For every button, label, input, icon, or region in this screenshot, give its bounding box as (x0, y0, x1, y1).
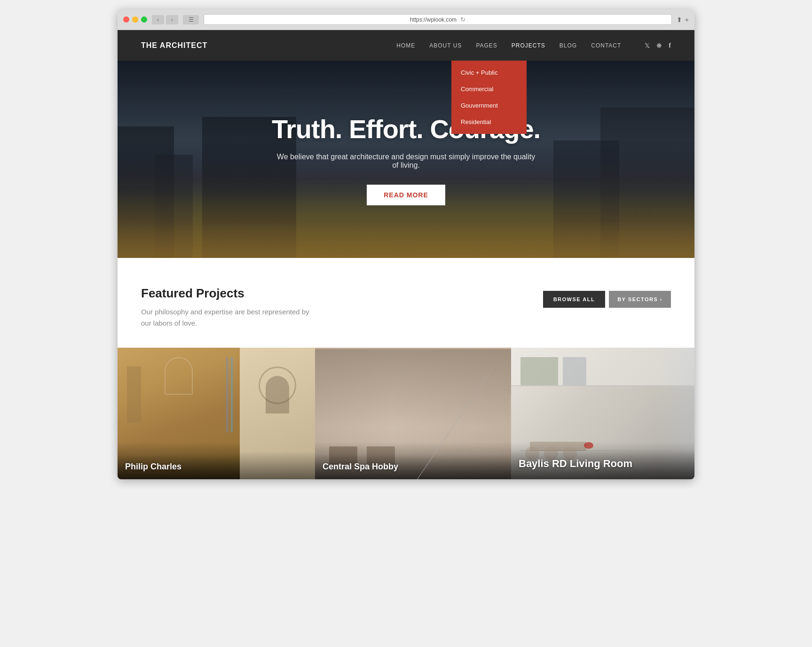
social-icons: 𝕏 ❋ f (645, 42, 671, 49)
nav-pages[interactable]: PAGES (476, 42, 497, 49)
nav-projects[interactable]: PROJECTS (512, 42, 545, 49)
maximize-dot[interactable] (141, 16, 147, 23)
url-text: https://wplook.com (410, 16, 457, 23)
dropdown-commercial[interactable]: Commercial (451, 81, 527, 97)
browser-nav: ‹ › (152, 15, 178, 24)
hero-subtitle: We believe that great architecture and d… (275, 153, 538, 170)
project-card-central-spa[interactable]: Central Spa Hobby (315, 348, 511, 479)
hero-content: Truth. Effort. Courage. We believe that … (118, 61, 694, 258)
minimize-dot[interactable] (132, 16, 138, 23)
reload-button[interactable]: ↻ (460, 16, 465, 23)
project-label-central-spa: Central Spa Hobby (315, 454, 511, 479)
featured-desc: Our philosophy and expertise are best re… (141, 306, 320, 329)
projects-grid: Philip Charles (118, 348, 694, 479)
browser-toolbar: ‹ › ☰ https://wplook.com ↻ ⬆ + (118, 9, 694, 30)
hero-section: Truth. Effort. Courage. We believe that … (118, 61, 694, 258)
featured-text: Featured Projects Our philosophy and exp… (141, 286, 320, 329)
reader-mode-button[interactable]: ☰ (183, 15, 199, 24)
pinterest-icon[interactable]: ❋ (656, 42, 662, 49)
browser-dots (123, 16, 147, 23)
project-card-philip-charles[interactable]: Philip Charles (118, 348, 240, 479)
site-logo: THE ARCHITECT (141, 41, 207, 50)
facebook-icon[interactable]: f (669, 42, 671, 49)
site-header: THE ARCHITECT HOME ABOUT US PAGES PROJEC… (118, 30, 694, 61)
projects-dropdown: Civic + Public Commercial Gouvernment Re… (451, 61, 527, 134)
back-button[interactable]: ‹ (152, 15, 164, 24)
website: THE ARCHITECT HOME ABOUT US PAGES PROJEC… (118, 30, 694, 479)
main-nav: HOME ABOUT US PAGES PROJECTS BLOG CONTAC… (396, 42, 671, 49)
project-card-baylis-rd[interactable]: Baylis RD Living Room (511, 348, 694, 479)
url-bar[interactable]: https://wplook.com ↻ (204, 14, 672, 25)
dropdown-government[interactable]: Gouvernment (451, 97, 527, 114)
project-label-baylis-rd: Baylis RD Living Room (511, 450, 694, 479)
nav-about-us[interactable]: ABOUT US (429, 42, 462, 49)
forward-button[interactable]: › (166, 15, 178, 24)
featured-header: Featured Projects Our philosophy and exp… (141, 286, 671, 329)
nav-home[interactable]: HOME (396, 42, 415, 49)
browser-actions: ⬆ + (677, 16, 689, 23)
project-label-philip-charles: Philip Charles (118, 454, 240, 479)
add-tab-button[interactable]: + (685, 16, 689, 23)
browse-all-button[interactable]: BROWSE ALL (543, 291, 606, 308)
project-card-philip-charles-2[interactable] (240, 348, 315, 479)
twitter-icon[interactable]: 𝕏 (645, 42, 650, 49)
dropdown-residential[interactable]: Residential (451, 114, 527, 130)
nav-blog[interactable]: BLOG (560, 42, 577, 49)
by-sectors-button[interactable]: BY SECTORS › (609, 291, 671, 308)
featured-title: Featured Projects (141, 286, 320, 301)
share-button[interactable]: ⬆ (677, 16, 682, 23)
nav-contact[interactable]: CONTACT (591, 42, 621, 49)
read-more-button[interactable]: Read More (367, 185, 445, 205)
featured-actions: BROWSE ALL BY SECTORS › (543, 291, 671, 308)
dropdown-civic[interactable]: Civic + Public (451, 64, 527, 81)
close-dot[interactable] (123, 16, 129, 23)
browser-window: ‹ › ☰ https://wplook.com ↻ ⬆ + THE ARCHI… (118, 9, 694, 479)
featured-section: Featured Projects Our philosophy and exp… (118, 258, 694, 329)
